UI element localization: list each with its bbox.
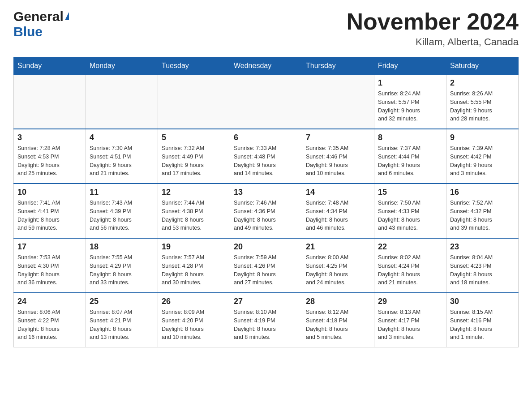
- day-number: 14: [306, 188, 370, 197]
- day-cell: [302, 75, 374, 129]
- day-info: Sunrise: 7:59 AM Sunset: 4:26 PM Dayligh…: [234, 253, 298, 287]
- day-info: Sunrise: 7:53 AM Sunset: 4:30 PM Dayligh…: [17, 253, 82, 287]
- day-number: 10: [17, 188, 82, 197]
- day-info: Sunrise: 7:37 AM Sunset: 4:44 PM Dayligh…: [378, 144, 442, 178]
- location-label: Killam, Alberta, Canada: [347, 36, 519, 48]
- week-row-3: 10Sunrise: 7:41 AM Sunset: 4:41 PM Dayli…: [14, 184, 519, 238]
- day-info: Sunrise: 7:28 AM Sunset: 4:53 PM Dayligh…: [17, 144, 82, 178]
- day-number: 19: [162, 242, 226, 252]
- weekday-header-sunday: Sunday: [14, 57, 86, 75]
- day-number: 8: [378, 133, 442, 142]
- day-cell: 10Sunrise: 7:41 AM Sunset: 4:41 PM Dayli…: [14, 184, 86, 238]
- weekday-header-tuesday: Tuesday: [158, 57, 230, 75]
- day-cell: 3Sunrise: 7:28 AM Sunset: 4:53 PM Daylig…: [14, 129, 86, 184]
- day-info: Sunrise: 7:57 AM Sunset: 4:28 PM Dayligh…: [162, 253, 226, 287]
- day-number: 4: [90, 133, 154, 142]
- day-info: Sunrise: 8:10 AM Sunset: 4:19 PM Dayligh…: [234, 308, 298, 342]
- day-cell: 21Sunrise: 8:00 AM Sunset: 4:25 PM Dayli…: [302, 238, 374, 293]
- logo-triangle-icon: [65, 12, 69, 20]
- day-info: Sunrise: 7:52 AM Sunset: 4:32 PM Dayligh…: [450, 199, 515, 232]
- day-info: Sunrise: 7:39 AM Sunset: 4:42 PM Dayligh…: [450, 144, 515, 178]
- day-number: 7: [306, 133, 370, 142]
- day-cell: 24Sunrise: 8:06 AM Sunset: 4:22 PM Dayli…: [14, 293, 86, 347]
- day-cell: 25Sunrise: 8:07 AM Sunset: 4:21 PM Dayli…: [86, 293, 158, 347]
- day-info: Sunrise: 8:09 AM Sunset: 4:20 PM Dayligh…: [162, 308, 226, 342]
- day-number: 25: [90, 297, 154, 306]
- day-cell: 23Sunrise: 8:04 AM Sunset: 4:23 PM Dayli…: [446, 238, 519, 293]
- day-number: 6: [234, 133, 298, 142]
- day-cell: 12Sunrise: 7:44 AM Sunset: 4:38 PM Dayli…: [158, 184, 230, 238]
- week-row-5: 24Sunrise: 8:06 AM Sunset: 4:22 PM Dayli…: [14, 293, 519, 347]
- day-info: Sunrise: 7:43 AM Sunset: 4:39 PM Dayligh…: [90, 199, 154, 232]
- day-cell: 18Sunrise: 7:55 AM Sunset: 4:29 PM Dayli…: [86, 238, 158, 293]
- logo: General Blue: [13, 9, 69, 39]
- day-info: Sunrise: 8:12 AM Sunset: 4:18 PM Dayligh…: [306, 308, 370, 342]
- day-cell: 9Sunrise: 7:39 AM Sunset: 4:42 PM Daylig…: [446, 129, 519, 184]
- day-info: Sunrise: 8:24 AM Sunset: 5:57 PM Dayligh…: [378, 90, 442, 123]
- day-cell: 17Sunrise: 7:53 AM Sunset: 4:30 PM Dayli…: [14, 238, 86, 293]
- day-cell: 28Sunrise: 8:12 AM Sunset: 4:18 PM Dayli…: [302, 293, 374, 347]
- logo-general-text: General: [13, 9, 64, 24]
- day-cell: 5Sunrise: 7:32 AM Sunset: 4:49 PM Daylig…: [158, 129, 230, 184]
- day-cell: 13Sunrise: 7:46 AM Sunset: 4:36 PM Dayli…: [230, 184, 302, 238]
- day-number: 2: [450, 78, 515, 88]
- day-cell: 15Sunrise: 7:50 AM Sunset: 4:33 PM Dayli…: [374, 184, 446, 238]
- day-number: 11: [90, 188, 154, 197]
- weekday-header-thursday: Thursday: [302, 57, 374, 75]
- day-cell: 29Sunrise: 8:13 AM Sunset: 4:17 PM Dayli…: [374, 293, 446, 347]
- day-info: Sunrise: 7:50 AM Sunset: 4:33 PM Dayligh…: [378, 199, 442, 232]
- day-number: 23: [450, 242, 515, 252]
- day-number: 12: [162, 188, 226, 197]
- day-cell: 26Sunrise: 8:09 AM Sunset: 4:20 PM Dayli…: [158, 293, 230, 347]
- weekday-header-monday: Monday: [86, 57, 158, 75]
- day-number: 1: [378, 78, 442, 88]
- day-info: Sunrise: 8:00 AM Sunset: 4:25 PM Dayligh…: [306, 253, 370, 287]
- calendar-table: SundayMondayTuesdayWednesdayThursdayFrid…: [13, 57, 519, 347]
- day-cell: 19Sunrise: 7:57 AM Sunset: 4:28 PM Dayli…: [158, 238, 230, 293]
- day-number: 15: [378, 188, 442, 197]
- weekday-header-wednesday: Wednesday: [230, 57, 302, 75]
- day-info: Sunrise: 8:06 AM Sunset: 4:22 PM Dayligh…: [17, 308, 82, 342]
- day-info: Sunrise: 7:41 AM Sunset: 4:41 PM Dayligh…: [17, 199, 82, 232]
- day-cell: 7Sunrise: 7:35 AM Sunset: 4:46 PM Daylig…: [302, 129, 374, 184]
- day-number: 21: [306, 242, 370, 252]
- day-number: 22: [378, 242, 442, 252]
- day-number: 5: [162, 133, 226, 142]
- day-number: 29: [378, 297, 442, 306]
- day-info: Sunrise: 7:35 AM Sunset: 4:46 PM Dayligh…: [306, 144, 370, 178]
- day-info: Sunrise: 7:32 AM Sunset: 4:49 PM Dayligh…: [162, 144, 226, 178]
- logo-blue-text: Blue: [13, 24, 43, 39]
- weekday-header-friday: Friday: [374, 57, 446, 75]
- day-info: Sunrise: 8:15 AM Sunset: 4:16 PM Dayligh…: [450, 308, 515, 342]
- week-row-2: 3Sunrise: 7:28 AM Sunset: 4:53 PM Daylig…: [14, 129, 519, 184]
- day-cell: 22Sunrise: 8:02 AM Sunset: 4:24 PM Dayli…: [374, 238, 446, 293]
- day-cell: 2Sunrise: 8:26 AM Sunset: 5:55 PM Daylig…: [446, 75, 519, 129]
- day-number: 18: [90, 242, 154, 252]
- day-cell: 30Sunrise: 8:15 AM Sunset: 4:16 PM Dayli…: [446, 293, 519, 347]
- day-number: 9: [450, 133, 515, 142]
- day-cell: [230, 75, 302, 129]
- week-row-1: 1Sunrise: 8:24 AM Sunset: 5:57 PM Daylig…: [14, 75, 519, 129]
- day-cell: 16Sunrise: 7:52 AM Sunset: 4:32 PM Dayli…: [446, 184, 519, 238]
- day-info: Sunrise: 7:55 AM Sunset: 4:29 PM Dayligh…: [90, 253, 154, 287]
- day-number: 16: [450, 188, 515, 197]
- day-cell: [86, 75, 158, 129]
- weekday-header-row: SundayMondayTuesdayWednesdayThursdayFrid…: [14, 57, 519, 75]
- day-info: Sunrise: 8:13 AM Sunset: 4:17 PM Dayligh…: [378, 308, 442, 342]
- weekday-header-saturday: Saturday: [446, 57, 519, 75]
- page-header: General Blue November 2024 Killam, Alber…: [13, 9, 519, 48]
- day-number: 26: [162, 297, 226, 306]
- day-number: 20: [234, 242, 298, 252]
- day-cell: 8Sunrise: 7:37 AM Sunset: 4:44 PM Daylig…: [374, 129, 446, 184]
- day-cell: [158, 75, 230, 129]
- day-info: Sunrise: 8:07 AM Sunset: 4:21 PM Dayligh…: [90, 308, 154, 342]
- day-cell: 1Sunrise: 8:24 AM Sunset: 5:57 PM Daylig…: [374, 75, 446, 129]
- day-number: 3: [17, 133, 82, 142]
- day-info: Sunrise: 7:30 AM Sunset: 4:51 PM Dayligh…: [90, 144, 154, 178]
- day-number: 17: [17, 242, 82, 252]
- week-row-4: 17Sunrise: 7:53 AM Sunset: 4:30 PM Dayli…: [14, 238, 519, 293]
- day-info: Sunrise: 7:48 AM Sunset: 4:34 PM Dayligh…: [306, 199, 370, 232]
- day-info: Sunrise: 7:44 AM Sunset: 4:38 PM Dayligh…: [162, 199, 226, 232]
- day-info: Sunrise: 8:02 AM Sunset: 4:24 PM Dayligh…: [378, 253, 442, 287]
- day-cell: 11Sunrise: 7:43 AM Sunset: 4:39 PM Dayli…: [86, 184, 158, 238]
